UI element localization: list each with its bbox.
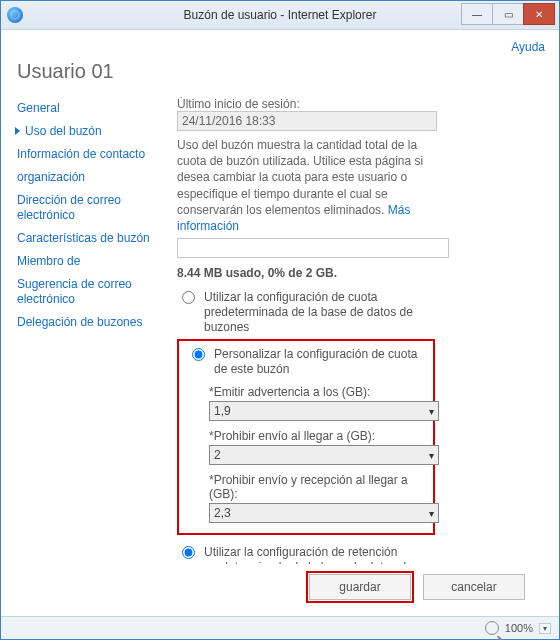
cancel-button[interactable]: cancelar <box>423 574 525 600</box>
sidebar-item-general[interactable]: General <box>15 97 173 120</box>
prohibit-sr-value: 2,3 <box>214 506 231 520</box>
page-title: Usuario 01 <box>17 60 545 83</box>
quota-default-radio[interactable]: Utilizar la configuración de cuota prede… <box>177 290 457 335</box>
ie-icon <box>7 7 23 23</box>
quota-customize-radio-input[interactable] <box>192 348 205 361</box>
minimize-button[interactable]: — <box>461 3 493 25</box>
usage-description: Uso del buzón muestra la cantidad total … <box>177 137 447 234</box>
close-button[interactable]: ✕ <box>523 3 555 25</box>
sidebar-item-mailbox-features[interactable]: Características de buzón <box>15 227 173 250</box>
zoom-level: 100% <box>505 622 533 634</box>
retention-default-label: Utilizar la configuración de retención p… <box>204 545 457 564</box>
sidebar-item-organization[interactable]: organización <box>15 166 173 189</box>
sidebar-item-contact-info[interactable]: Información de contacto <box>15 143 173 166</box>
usage-bar <box>177 238 449 258</box>
dialog-footer: guardar cancelar <box>15 564 545 610</box>
quota-default-radio-input[interactable] <box>182 291 195 304</box>
last-login-label: Último inicio de sesión: <box>177 97 539 111</box>
quota-default-label: Utilizar la configuración de cuota prede… <box>204 290 457 335</box>
prohibit-send-label: *Prohibir envío al llegar a (GB): <box>209 429 425 443</box>
chevron-down-icon: ▾ <box>429 508 434 519</box>
quota-customize-label: Personalizar la configuración de cuota d… <box>214 347 425 377</box>
maximize-button[interactable]: ▭ <box>492 3 524 25</box>
sidebar-item-mailbox-usage[interactable]: Uso del buzón <box>15 120 173 143</box>
quota-customize-box: Personalizar la configuración de cuota d… <box>177 339 435 535</box>
warn-select[interactable]: 1,9 ▾ <box>209 401 439 421</box>
sidebar-item-email-address[interactable]: Dirección de correo electrónico <box>15 189 173 227</box>
prohibit-sr-label: *Prohibir envío y recepción al llegar a … <box>209 473 425 501</box>
sidebar: General Uso del buzón Información de con… <box>15 97 173 564</box>
page-body: Ayuda Usuario 01 General Uso del buzón I… <box>1 30 559 616</box>
prohibit-send-value: 2 <box>214 448 221 462</box>
window: Buzón de usuario - Internet Explorer — ▭… <box>0 0 560 640</box>
last-login-value: 24/11/2016 18:33 <box>177 111 437 131</box>
sidebar-item-mailtip[interactable]: Sugerencia de correo electrónico <box>15 273 173 311</box>
warn-value: 1,9 <box>214 404 231 418</box>
prohibit-sr-select[interactable]: 2,3 ▾ <box>209 503 439 523</box>
save-button[interactable]: guardar <box>309 574 411 600</box>
zoom-icon[interactable] <box>485 621 499 635</box>
retention-default-radio[interactable]: Utilizar la configuración de retención p… <box>177 545 457 564</box>
sidebar-item-member-of[interactable]: Miembro de <box>15 250 173 273</box>
main-panel: Último inicio de sesión: 24/11/2016 18:3… <box>173 97 545 564</box>
sidebar-item-delegation[interactable]: Delegación de buzones <box>15 311 173 334</box>
zoom-dropdown[interactable]: ▾ <box>539 623 551 634</box>
prohibit-send-select[interactable]: 2 ▾ <box>209 445 439 465</box>
retention-default-radio-input[interactable] <box>182 546 195 559</box>
chevron-down-icon: ▾ <box>429 450 434 461</box>
quota-customize-radio[interactable]: Personalizar la configuración de cuota d… <box>187 347 425 377</box>
titlebar: Buzón de usuario - Internet Explorer — ▭… <box>1 1 559 30</box>
warn-label: *Emitir advertencia a los (GB): <box>209 385 425 399</box>
help-link[interactable]: Ayuda <box>511 40 545 54</box>
usage-text: 8.44 MB usado, 0% de 2 GB. <box>177 266 539 280</box>
statusbar: 100% ▾ <box>1 616 559 639</box>
chevron-down-icon: ▾ <box>429 406 434 417</box>
